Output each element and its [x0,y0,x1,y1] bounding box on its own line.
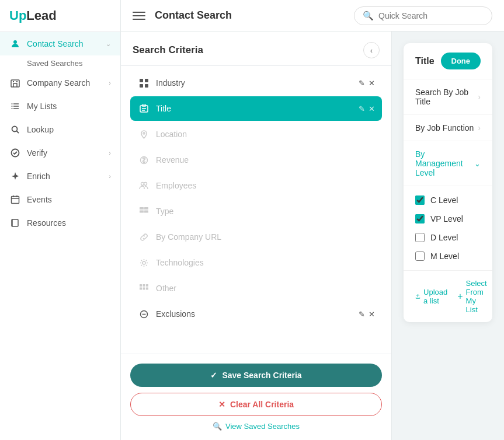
chevron-icon: › [109,79,111,86]
content-area: Search Criteria ‹ Industry ✎ ✕ [121,32,504,440]
panel-header: Search Criteria ‹ [121,32,391,66]
clear-all-criteria-button[interactable]: ✕ Clear All Criteria [130,393,382,416]
criteria-list: Industry ✎ ✕ Title ✎ ✕ [121,66,391,354]
svg-rect-31 [144,207,148,209]
sidebar-item-enrich-label: Enrich [27,172,50,181]
m-level-checkbox[interactable] [415,252,425,261]
type-icon [137,205,150,218]
apps-icon [137,282,150,295]
book-icon [9,217,21,229]
search-by-job-title-option[interactable]: Search By Job Title › [404,79,492,115]
quick-search-input[interactable] [378,11,484,20]
svg-rect-37 [146,284,148,287]
svg-point-0 [13,40,17,44]
criteria-item-company-url[interactable]: By Company URL [130,225,382,249]
right-panel: Title Done Search By Job Title › By Job … [392,32,504,440]
sidebar-item-lookup[interactable]: Lookup [0,118,120,141]
sidebar-item-my-lists[interactable]: My Lists [0,95,120,118]
sidebar-item-contact-search[interactable]: Contact Search ⌄ [0,32,120,55]
building-icon [9,77,21,89]
sidebar-item-company-search-label: Company Search [27,78,90,88]
svg-point-8 [12,106,13,107]
close-icon[interactable]: ✕ [369,104,375,113]
grid-icon [137,76,150,89]
edit-icon[interactable]: ✎ [359,104,365,113]
mgmt-level-toggle[interactable]: By Management Level ⌄ [404,141,492,186]
sidebar-sub-saved-searches[interactable]: Saved Searches [0,55,120,71]
svg-point-26 [143,132,145,134]
criteria-item-revenue[interactable]: Revenue [130,148,382,172]
criteria-item-employees[interactable]: Employees [130,173,382,198]
search-icon: 🔍 [363,11,374,21]
svg-point-28 [141,183,144,186]
svg-rect-35 [140,284,142,287]
chevron-icon: › [109,149,111,156]
svg-point-29 [144,183,147,186]
people-icon [137,179,150,192]
main-area: Contact Search 🔍 Search Criteria ‹ Indus… [121,0,504,440]
sidebar-item-lookup-label: Lookup [27,125,54,134]
arrow-icon: › [478,123,481,132]
close-icon[interactable]: ✕ [369,310,375,319]
sidebar: UpLead Contact Search ⌄ Saved Searches C… [0,0,121,440]
sidebar-item-my-lists-label: My Lists [27,102,57,111]
criteria-item-exclusions[interactable]: Exclusions ✎ ✕ [130,302,382,326]
criteria-item-industry[interactable]: Industry ✎ ✕ [130,71,382,95]
d-level-checkbox-row[interactable]: D Level [415,228,481,247]
collapse-button[interactable]: ‹ [363,42,380,58]
check-circle-icon [9,147,21,159]
c-level-checkbox[interactable] [415,195,425,205]
view-saved-searches-button[interactable]: 🔍 View Saved Searches [213,422,300,431]
id-badge-icon [137,102,150,115]
vp-level-checkbox-row[interactable]: VP Level [415,209,481,228]
svg-point-34 [142,261,145,264]
done-button[interactable]: Done [441,53,481,69]
chevron-down-icon: ⌄ [474,159,481,168]
mgmt-checkbox-list: C Level VP Level D Level M Level [404,186,492,270]
select-from-my-list-link[interactable]: + Select From My List [457,279,486,314]
save-search-criteria-button[interactable]: ✓ Save Search Criteria [130,364,382,387]
upload-list-link[interactable]: Upload a list [415,288,450,305]
link-icon [137,231,150,243]
sidebar-item-resources-label: Resources [27,218,66,228]
sidebar-item-events[interactable]: Events [0,188,120,211]
sidebar-item-enrich[interactable]: Enrich › [0,165,120,188]
criteria-item-other[interactable]: Other [130,276,382,301]
svg-rect-20 [140,84,143,88]
criteria-item-technologies[interactable]: Technologies [130,250,382,275]
svg-rect-13 [12,197,19,204]
sidebar-item-company-search[interactable]: Company Search › [0,71,120,95]
check-icon: ✓ [210,371,217,380]
svg-rect-3 [16,81,18,82]
svg-rect-2 [13,81,14,82]
svg-line-11 [17,131,19,134]
edit-icon[interactable]: ✎ [359,310,365,319]
criteria-item-type[interactable]: Type [130,199,382,224]
close-icon[interactable]: ✕ [369,79,375,88]
criteria-item-title[interactable]: Title ✎ ✕ [130,96,382,121]
arrow-icon: › [478,92,481,102]
page-title: Contact Search [155,9,232,22]
sidebar-item-verify[interactable]: Verify › [0,141,120,165]
title-card-label: Title [415,56,435,67]
vp-level-checkbox[interactable] [415,214,425,224]
list-icon [9,100,21,112]
dollar-icon [137,153,150,166]
by-job-function-option[interactable]: By Job Function › [404,115,492,141]
search-icon: 🔍 [213,422,222,431]
svg-rect-19 [145,79,148,82]
quick-search-container: 🔍 [354,6,492,25]
svg-rect-21 [145,84,148,88]
svg-rect-39 [142,287,145,289]
svg-rect-36 [142,284,145,287]
left-panel: Search Criteria ‹ Industry ✎ ✕ [121,32,392,440]
topbar: Contact Search 🔍 [121,0,504,32]
sidebar-item-resources[interactable]: Resources [0,211,120,235]
m-level-checkbox-row[interactable]: M Level [415,247,481,266]
c-level-checkbox-row[interactable]: C Level [415,191,481,209]
location-icon [137,128,150,141]
criteria-item-location[interactable]: Location [130,122,382,146]
edit-icon[interactable]: ✎ [359,79,365,88]
d-level-checkbox[interactable] [415,233,425,242]
hamburger-menu[interactable] [133,12,145,20]
